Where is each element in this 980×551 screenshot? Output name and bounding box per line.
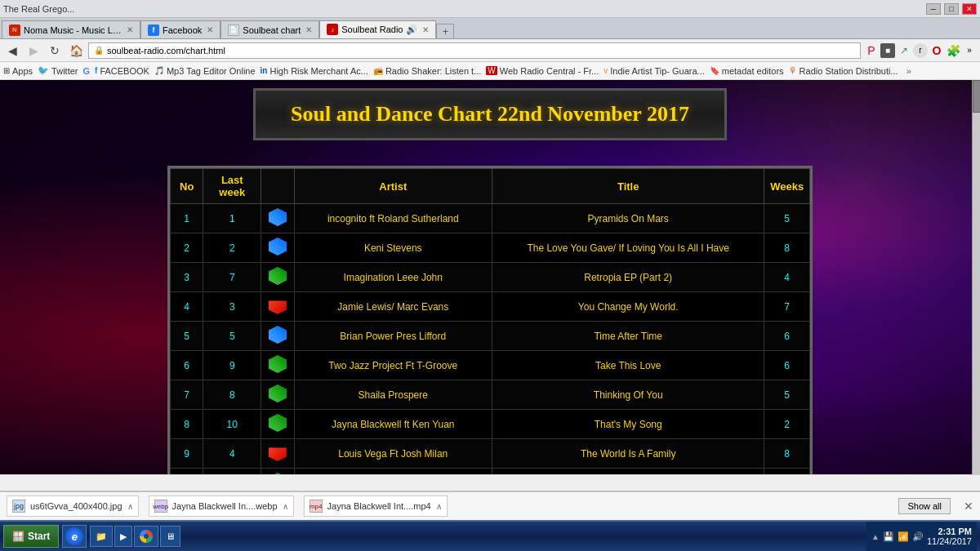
system-clock: 2:31 PM 11/24/2017 xyxy=(927,527,972,546)
bookmark-webradio[interactable]: W Web Radio Central - Fr... xyxy=(486,66,599,76)
minimize-button[interactable]: ─ xyxy=(926,3,941,15)
noma-favicon: N xyxy=(9,24,20,36)
cell-lastweek: 7 xyxy=(203,263,261,292)
tab-soulbeat-chart[interactable]: 📄 Soulbeat chart ✕ xyxy=(220,20,319,38)
bookmark-facebook[interactable]: f FACEBOOK xyxy=(95,66,149,76)
start-button[interactable]: 🪟 Start xyxy=(3,525,59,548)
new-tab-button[interactable]: + xyxy=(436,24,454,38)
close-button[interactable]: ✕ xyxy=(962,3,977,15)
download-bar-close[interactable]: ✕ xyxy=(964,500,973,513)
download-chevron-3[interactable]: ∧ xyxy=(436,502,442,511)
bookmark-twitter-label: Twitter xyxy=(51,66,78,76)
title-bar: The Real Grego... ─ □ ✕ xyxy=(0,0,980,18)
taskbar-items: 📁 ▶ 🖥 xyxy=(90,526,180,547)
download-item-3[interactable]: mp4 Jayna Blackwell Int....mp4 ∧ xyxy=(304,495,448,517)
col-header-no: No xyxy=(171,169,203,204)
taskbar-chrome-icon[interactable] xyxy=(134,526,158,547)
col-header-weeks: Weeks xyxy=(764,169,810,204)
cell-weeks: 5 xyxy=(764,204,810,233)
forward-button[interactable]: ▶ xyxy=(24,42,42,60)
cell-lastweek: 10 xyxy=(203,410,261,439)
extension-icon-2[interactable]: r xyxy=(913,43,928,58)
bookmark-indieartist[interactable]: v Indie Artist Tip- Guara... xyxy=(604,66,705,76)
bookmark-radiostation[interactable]: 🎙 Radio Station Distributi... xyxy=(789,66,898,76)
clock-time: 2:31 PM xyxy=(927,527,972,536)
tab-facebook[interactable]: f Facebook ✕ xyxy=(140,20,220,38)
ie-icon: e xyxy=(65,527,83,545)
window-controls: ─ □ ✕ xyxy=(926,3,977,15)
tray-icons: ▲ xyxy=(871,532,880,541)
tab-soulbeat-radio[interactable]: ♪ Soulbeat Radio 🔊 ✕ xyxy=(319,20,436,38)
tray-icon-3: 🔊 xyxy=(912,531,924,542)
scrollbar-track[interactable] xyxy=(972,80,980,474)
tab-noma-close[interactable]: ✕ xyxy=(127,25,133,34)
extension-icon-3[interactable]: 🧩 xyxy=(946,43,960,58)
chart-outer-border: No Last week Artist Title Weeks 1 1 inco… xyxy=(167,166,813,474)
cell-weeks: 3 xyxy=(764,469,810,475)
url-text: soulbeat-radio.com/chart.html xyxy=(107,46,225,56)
cell-title: Retropia EP (Part 2) xyxy=(492,263,764,292)
cell-title: Pyramids On Mars xyxy=(492,204,764,233)
cell-no: 9 xyxy=(171,439,203,469)
status-bar xyxy=(0,474,980,491)
bookmark-highrisk[interactable]: in High Risk Merchant Ac... xyxy=(261,66,368,76)
scrollbar-thumb[interactable] xyxy=(973,80,980,113)
radio-favicon: ♪ xyxy=(327,24,338,35)
bookmark-metadat[interactable]: 🔖 metadat editors xyxy=(710,66,784,76)
download-chevron-2[interactable]: ∧ xyxy=(283,502,288,511)
col-header-title: Title xyxy=(492,169,764,204)
tab-facebook-label: Facebook xyxy=(163,25,202,35)
share-icon[interactable]: ↗ xyxy=(897,43,911,58)
bookmark-radioshaker[interactable]: 📻 Radio Shaker: Listen t... xyxy=(373,66,481,76)
cell-title: Take This Love xyxy=(492,351,764,380)
bookmarks-more[interactable]: » xyxy=(906,66,911,76)
tab-noma-label: Noma Music - Music Licens xyxy=(24,25,122,35)
bookmark-google[interactable]: G xyxy=(82,66,90,76)
tab-soulbeat-chart-close[interactable]: ✕ xyxy=(305,25,312,34)
download-item-2[interactable]: webp Jayna Blackwell In....webp ∧ xyxy=(149,495,294,517)
bookmark-mp3tag[interactable]: 🎵 Mp3 Tag Editor Online xyxy=(154,66,256,76)
table-row: 3 7 Imagination Leee John Retropia EP (P… xyxy=(171,263,810,292)
table-row: 8 10 Jayna Blackwell ft Ken Yuan That's … xyxy=(171,410,810,439)
pinterest-icon[interactable]: P xyxy=(864,43,879,58)
nav-icons: P ■ ↗ r O 🧩 » xyxy=(864,43,977,58)
cell-arrow xyxy=(261,292,294,322)
taskbar-ie-icon[interactable]: e xyxy=(62,525,87,548)
bookmark-twitter[interactable]: 🐦 Twitter xyxy=(38,65,78,76)
download-item-1[interactable]: jpg us6tGvva_400x400.jpg ∧ xyxy=(7,495,139,517)
chrome-icon-inner xyxy=(144,534,149,539)
bookmark-mp3tag-label: Mp3 Tag Editor Online xyxy=(167,66,256,76)
maximize-button[interactable]: □ xyxy=(944,3,959,15)
bookmark-metadat-label: metadat editors xyxy=(722,66,784,76)
taskbar-monitor-icon[interactable]: 🖥 xyxy=(160,526,180,547)
show-all-button[interactable]: Show all xyxy=(898,498,951,514)
table-row: 9 4 Louis Vega Ft Josh Milan The World I… xyxy=(171,439,810,469)
cell-arrow xyxy=(261,263,294,292)
tab-audio-icon: 🔊 xyxy=(406,24,417,35)
table-row: 10 12 Frederick Games 3 xyxy=(171,469,810,475)
opera-icon[interactable]: O xyxy=(929,43,944,58)
cell-artist: Jayna Blackwell ft Ken Yuan xyxy=(294,410,492,439)
extension-icon-1[interactable]: ■ xyxy=(880,43,895,58)
download-label-1: us6tGvva_400x400.jpg xyxy=(30,501,122,511)
more-icon[interactable]: » xyxy=(962,43,977,58)
table-row: 1 1 incognito ft Roland Sutherland Pyram… xyxy=(171,204,810,233)
tray-icon-1: 💾 xyxy=(883,531,894,542)
cell-lastweek: 12 xyxy=(203,469,261,475)
cell-arrow xyxy=(261,233,294,263)
taskbar-folder-icon[interactable]: 📁 xyxy=(90,526,113,547)
taskbar-media-icon[interactable]: ▶ xyxy=(114,526,132,547)
refresh-button[interactable]: ↻ xyxy=(46,42,64,60)
cell-artist: Shaila Prospere xyxy=(294,380,492,410)
back-button[interactable]: ◀ xyxy=(3,42,21,60)
bookmark-apps[interactable]: ⊞ Apps xyxy=(3,66,33,76)
tab-noma-music[interactable]: N Noma Music - Music Licens ✕ xyxy=(2,20,140,38)
address-bar[interactable]: 🔒 soulbeat-radio.com/chart.html xyxy=(88,42,861,59)
cell-arrow xyxy=(261,322,294,351)
tab-soulbeat-radio-close[interactable]: ✕ xyxy=(422,25,429,34)
cell-arrow xyxy=(261,410,294,439)
home-button[interactable]: 🏠 xyxy=(67,42,85,60)
download-chevron-1[interactable]: ∧ xyxy=(127,502,133,511)
tab-facebook-close[interactable]: ✕ xyxy=(207,25,213,34)
chart-title-box: Soul and Dance Chart 22nd November 2017 xyxy=(253,88,727,140)
